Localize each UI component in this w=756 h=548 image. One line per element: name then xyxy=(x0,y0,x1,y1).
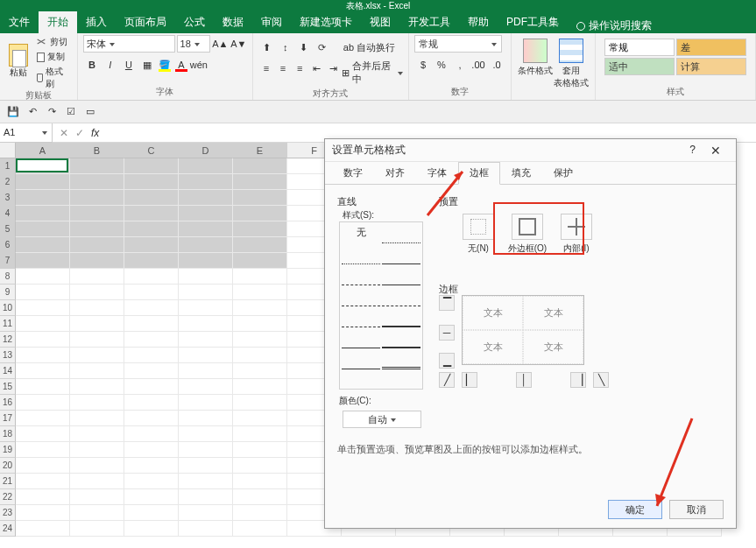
cell[interactable] xyxy=(70,348,124,363)
line-style-option[interactable] xyxy=(382,329,420,348)
cell[interactable] xyxy=(179,237,233,253)
row-header[interactable]: 2 xyxy=(0,174,16,190)
row-header[interactable]: 8 xyxy=(0,269,16,285)
increase-font-button[interactable]: A▲ xyxy=(212,35,229,53)
cell[interactable] xyxy=(233,426,287,442)
cell[interactable] xyxy=(233,348,287,363)
row-header[interactable]: 11 xyxy=(0,316,16,332)
redo-button[interactable]: ↷ xyxy=(44,104,60,120)
cell[interactable] xyxy=(233,269,287,285)
cell[interactable] xyxy=(70,363,124,379)
line-style-option[interactable] xyxy=(382,308,420,327)
cell[interactable] xyxy=(124,363,179,379)
cell[interactable] xyxy=(233,505,287,521)
row-header[interactable]: 5 xyxy=(0,221,16,237)
cell[interactable] xyxy=(233,316,287,332)
cell[interactable] xyxy=(16,411,70,426)
dlg-tab-fill[interactable]: 填充 xyxy=(500,162,542,185)
cell[interactable] xyxy=(124,285,179,300)
qat-button[interactable]: ▭ xyxy=(82,104,98,120)
cell[interactable] xyxy=(179,442,233,458)
cell[interactable] xyxy=(124,411,179,426)
cell[interactable] xyxy=(16,505,70,521)
cell[interactable] xyxy=(124,521,179,537)
cell[interactable] xyxy=(124,426,179,442)
col-header[interactable]: A xyxy=(16,143,70,158)
row-header[interactable]: 1 xyxy=(0,158,16,174)
cell[interactable] xyxy=(124,221,179,237)
copy-button[interactable]: 复制 xyxy=(35,50,72,64)
align-middle-button[interactable]: ↕ xyxy=(277,39,294,56)
cell[interactable] xyxy=(16,190,70,206)
cell[interactable] xyxy=(124,269,179,285)
cell[interactable] xyxy=(16,474,70,489)
format-as-table-button[interactable]: 套用 表格格式 xyxy=(554,39,590,89)
align-center-button[interactable]: ≡ xyxy=(275,60,291,77)
cell[interactable] xyxy=(16,285,70,300)
wrap-text-button[interactable]: ab自动换行 xyxy=(343,39,395,56)
dlg-tab-font[interactable]: 字体 xyxy=(416,162,458,185)
cancel-button[interactable]: 取消 xyxy=(669,500,724,519)
line-style-option[interactable] xyxy=(382,350,420,369)
col-header[interactable]: C xyxy=(124,143,179,158)
cell[interactable] xyxy=(70,505,124,521)
cell[interactable] xyxy=(16,269,70,285)
cell[interactable] xyxy=(70,442,124,458)
cell[interactable] xyxy=(233,332,287,348)
cell[interactable] xyxy=(70,206,124,221)
row-header[interactable]: 17 xyxy=(0,411,16,426)
select-all-corner[interactable] xyxy=(0,143,16,158)
line-style-option[interactable] xyxy=(342,329,380,348)
row-header[interactable]: 20 xyxy=(0,458,16,474)
cell[interactable] xyxy=(16,489,70,505)
tab-page-layout[interactable]: 页面布局 xyxy=(116,11,175,33)
row-header[interactable]: 12 xyxy=(0,332,16,348)
cell[interactable] xyxy=(70,521,124,537)
cell[interactable] xyxy=(70,379,124,395)
cell[interactable] xyxy=(179,332,233,348)
cell-style-bad[interactable]: 差 xyxy=(676,39,746,56)
cell[interactable] xyxy=(179,221,233,237)
cell[interactable] xyxy=(16,206,70,221)
cell[interactable] xyxy=(70,489,124,505)
decrease-decimal-button[interactable]: .0 xyxy=(488,56,505,74)
cell[interactable] xyxy=(70,269,124,285)
row-header[interactable]: 19 xyxy=(0,442,16,458)
cell-style-calc[interactable]: 计算 xyxy=(676,58,746,75)
name-box[interactable]: A1 xyxy=(0,123,53,143)
cell[interactable] xyxy=(179,174,233,190)
cell[interactable] xyxy=(179,426,233,442)
cell[interactable] xyxy=(16,395,70,411)
tab-developer[interactable]: 开发工具 xyxy=(399,11,459,33)
line-style-none[interactable]: 无 xyxy=(342,224,380,243)
cell[interactable] xyxy=(124,332,179,348)
font-name-select[interactable]: 宋体 xyxy=(83,35,175,53)
cell[interactable] xyxy=(70,253,124,269)
row-header[interactable]: 3 xyxy=(0,190,16,206)
underline-button[interactable]: U xyxy=(120,56,138,74)
qat-button[interactable]: ☑ xyxy=(63,104,79,120)
cell[interactable] xyxy=(179,363,233,379)
tab-home[interactable]: 开始 xyxy=(39,11,77,33)
col-header[interactable]: B xyxy=(70,143,124,158)
cell[interactable] xyxy=(179,190,233,206)
ok-button[interactable]: 确定 xyxy=(608,500,662,519)
cell[interactable] xyxy=(233,285,287,300)
cell[interactable] xyxy=(179,521,233,537)
line-style-option[interactable] xyxy=(382,287,420,306)
cell[interactable] xyxy=(179,474,233,489)
indent-increase-button[interactable]: ⇥ xyxy=(325,60,341,77)
tab-insert[interactable]: 插入 xyxy=(77,11,116,33)
cell[interactable] xyxy=(179,269,233,285)
row-header[interactable]: 14 xyxy=(0,363,16,379)
cell[interactable] xyxy=(70,411,124,426)
percent-button[interactable]: % xyxy=(433,56,450,74)
cell[interactable] xyxy=(70,237,124,253)
fx-icon[interactable]: fx xyxy=(91,127,99,139)
indent-decrease-button[interactable]: ⇤ xyxy=(308,60,324,77)
cell[interactable] xyxy=(124,190,179,206)
row-headers[interactable]: 123456789101112131415161718192021222324 xyxy=(0,158,16,537)
undo-button[interactable]: ↶ xyxy=(25,104,40,120)
cell[interactable] xyxy=(233,489,287,505)
border-hmiddle-button[interactable]: ─ xyxy=(439,325,455,341)
